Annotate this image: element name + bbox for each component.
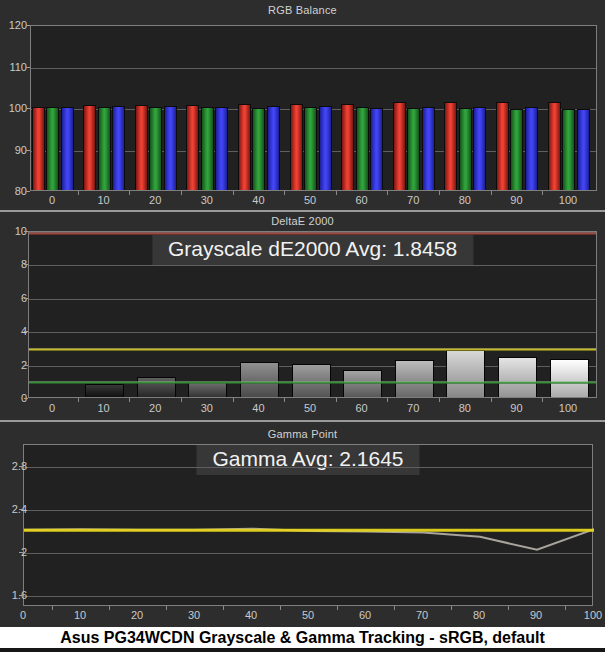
calibration-report: RGB Balance 1201101009080010203040506070… — [0, 0, 605, 652]
rgb-balance-plot-area — [30, 25, 597, 191]
blue-bar — [370, 108, 383, 190]
gridline — [24, 510, 592, 511]
deltae-bar — [395, 360, 434, 397]
x-axis-tick — [394, 606, 395, 610]
y-axis-label: 90 — [1, 144, 27, 156]
x-axis-tick — [166, 606, 167, 610]
deltae-plot-area: Grayscale dE2000 Avg: 1.8458 — [28, 231, 597, 398]
x-axis-label: 50 — [291, 609, 325, 621]
red-bar — [496, 102, 509, 190]
max-reference-line — [29, 232, 596, 235]
x-axis-tick — [284, 191, 285, 195]
y-axis-tick — [24, 365, 28, 366]
x-axis-tick — [129, 398, 130, 402]
x-axis-tick — [233, 191, 234, 195]
x-axis-tick — [387, 398, 388, 402]
x-axis-tick — [542, 398, 543, 402]
red-bar — [290, 104, 303, 190]
green-bar — [46, 107, 59, 190]
chart-title: DeltaE 2000 — [0, 215, 605, 227]
red-bar — [548, 102, 561, 190]
deltae-bar — [85, 384, 124, 397]
x-axis-tick — [491, 191, 492, 195]
x-axis-tick — [181, 398, 182, 402]
x-axis-label: 70 — [405, 609, 439, 621]
x-axis-tick — [491, 398, 492, 402]
x-axis-label: 0 — [35, 402, 69, 414]
x-axis-label: 80 — [448, 402, 482, 414]
y-axis-tick — [26, 150, 30, 151]
x-axis-label: 30 — [190, 194, 224, 206]
chart-title: Gamma Point — [0, 428, 605, 440]
gridline — [29, 265, 596, 266]
blue-bar — [164, 106, 177, 190]
deltae-bar — [446, 350, 485, 397]
x-axis-tick — [336, 191, 337, 195]
green-bar — [149, 107, 162, 190]
red-bar — [32, 107, 45, 190]
chart-title: RGB Balance — [0, 4, 605, 16]
x-axis-tick — [233, 398, 234, 402]
measured-gamma-line — [24, 529, 594, 550]
blue-bar — [422, 107, 435, 190]
x-axis-label: 30 — [190, 402, 224, 414]
x-axis-label: 20 — [120, 609, 154, 621]
y-axis-tick — [19, 552, 23, 553]
good-reference-line — [29, 381, 596, 384]
x-axis-tick — [284, 398, 285, 402]
x-axis-tick — [129, 191, 130, 195]
y-axis-tick — [19, 466, 23, 467]
green-bar — [252, 108, 265, 190]
deltae-bar — [240, 362, 279, 397]
blue-bar — [267, 106, 280, 190]
y-axis-tick — [24, 331, 28, 332]
red-bar — [135, 105, 148, 190]
y-axis-label: 80 — [1, 185, 27, 197]
x-axis-label: 100 — [576, 609, 605, 621]
x-axis-label: 30 — [177, 609, 211, 621]
warn-reference-line — [29, 348, 596, 351]
x-axis-label: 20 — [138, 194, 172, 206]
x-axis-label: 90 — [499, 402, 533, 414]
caption-text: Asus PG34WCDN Grayscale & Gamma Tracking… — [60, 629, 545, 646]
y-axis-tick — [19, 509, 23, 510]
gridline — [24, 467, 592, 468]
blue-bar — [112, 106, 125, 190]
x-axis-tick — [565, 606, 566, 610]
y-axis-label: 110 — [1, 61, 27, 73]
green-bar — [304, 107, 317, 190]
x-axis-label: 60 — [348, 609, 382, 621]
x-axis-label: 40 — [234, 609, 268, 621]
y-axis-tick — [26, 25, 30, 26]
x-axis-label: 0 — [35, 194, 69, 206]
y-axis-tick — [24, 298, 28, 299]
x-axis-tick — [280, 606, 281, 610]
x-axis-label: 10 — [87, 194, 121, 206]
gridline — [31, 68, 596, 69]
gamma-avg-overlay: Gamma Avg: 2.1645 — [196, 445, 419, 475]
red-bar — [186, 105, 199, 190]
x-axis-tick — [78, 398, 79, 402]
x-axis-label: 60 — [345, 402, 379, 414]
green-bar — [562, 109, 575, 190]
x-axis-tick — [52, 606, 53, 610]
gridline — [29, 332, 596, 333]
deltae-bar — [498, 357, 537, 397]
x-axis-tick — [542, 191, 543, 195]
red-bar — [83, 105, 96, 190]
deltae-chart: DeltaE 2000 Grayscale dE2000 Avg: 1.8458… — [0, 212, 605, 422]
x-axis-label: 80 — [448, 194, 482, 206]
x-axis-label: 90 — [499, 194, 533, 206]
x-axis-label: 60 — [345, 194, 379, 206]
green-bar — [459, 108, 472, 190]
blue-bar — [473, 107, 486, 190]
x-axis-label: 90 — [519, 609, 553, 621]
y-axis-tick — [24, 398, 28, 399]
x-axis-label: 20 — [138, 402, 172, 414]
blue-bar — [577, 109, 590, 190]
gridline — [29, 299, 596, 300]
gamma-plot-area: Gamma Avg: 2.1645 — [23, 444, 593, 606]
x-axis-label: 80 — [462, 609, 496, 621]
red-bar — [393, 102, 406, 190]
green-bar — [510, 109, 523, 190]
